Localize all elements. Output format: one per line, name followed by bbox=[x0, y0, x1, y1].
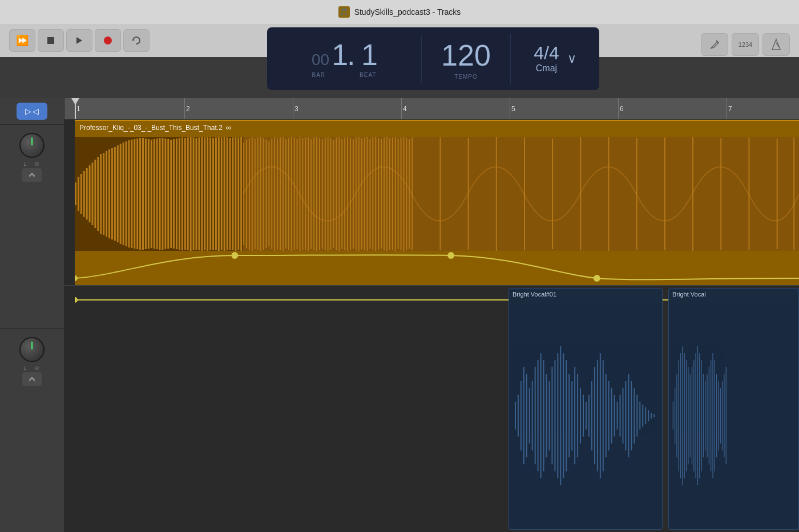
svg-rect-28 bbox=[136, 139, 138, 249]
svg-rect-176 bbox=[591, 381, 592, 450]
svg-rect-63 bbox=[235, 137, 236, 251]
vocal-region-2[interactable]: Bright Vocal bbox=[668, 288, 799, 530]
svg-rect-67 bbox=[243, 143, 244, 245]
beat-number: 1. 1 bbox=[332, 40, 377, 70]
svg-rect-202 bbox=[676, 374, 677, 457]
music-automation bbox=[75, 244, 799, 285]
svg-rect-14 bbox=[97, 157, 99, 231]
bar-beat-display: 00 1. 1 BAR BEAT bbox=[267, 35, 422, 83]
svg-rect-95 bbox=[322, 139, 323, 249]
right-toolbar: 1234 bbox=[701, 33, 790, 56]
tempo-display: 120 TEMPO bbox=[422, 34, 511, 84]
svg-rect-13 bbox=[94, 160, 96, 228]
svg-rect-91 bbox=[310, 139, 312, 249]
svg-rect-17 bbox=[106, 151, 107, 237]
app-icon: 🎵 bbox=[338, 6, 350, 18]
record-button[interactable] bbox=[95, 29, 121, 52]
svg-rect-19 bbox=[111, 148, 113, 239]
svg-rect-164 bbox=[557, 353, 558, 478]
tracks-container: Professor_Kliq_-_03_-_Bust_This_Bust_Tha… bbox=[64, 120, 799, 532]
svg-rect-52 bbox=[204, 137, 205, 250]
pen-tool-button[interactable] bbox=[701, 33, 728, 56]
svg-rect-183 bbox=[611, 388, 612, 444]
svg-rect-109 bbox=[361, 138, 362, 250]
svg-rect-74 bbox=[263, 138, 264, 250]
svg-rect-115 bbox=[378, 138, 379, 250]
tempo-value: 120 bbox=[441, 38, 491, 72]
track-area: 1 2 3 4 5 6 7 Professor_Kliq_-_03_-_Bust… bbox=[64, 98, 799, 532]
svg-rect-215 bbox=[701, 360, 701, 472]
svg-rect-192 bbox=[636, 395, 637, 436]
svg-rect-30 bbox=[142, 138, 144, 250]
play-button[interactable] bbox=[66, 29, 92, 52]
time-sig-dropdown[interactable]: ∨ bbox=[567, 51, 576, 66]
svg-rect-60 bbox=[227, 137, 228, 250]
stop-button[interactable] bbox=[38, 29, 64, 52]
filter-button[interactable]: ▷ ◁ bbox=[17, 103, 47, 120]
svg-rect-90 bbox=[308, 137, 309, 251]
track2-volume-knob[interactable] bbox=[19, 337, 45, 362]
svg-rect-190 bbox=[631, 381, 632, 450]
svg-rect-93 bbox=[316, 137, 317, 251]
svg-rect-221 bbox=[712, 353, 713, 478]
svg-rect-209 bbox=[690, 374, 691, 457]
svg-rect-187 bbox=[623, 388, 624, 444]
svg-rect-222 bbox=[715, 360, 715, 472]
svg-rect-211 bbox=[693, 360, 694, 472]
svg-rect-156 bbox=[535, 367, 536, 465]
svg-rect-33 bbox=[151, 140, 152, 248]
svg-rect-218 bbox=[707, 374, 707, 457]
svg-rect-173 bbox=[583, 395, 584, 436]
svg-rect-46 bbox=[187, 137, 189, 250]
svg-point-144 bbox=[447, 252, 454, 259]
timeline-ruler[interactable]: 1 2 3 4 5 6 7 bbox=[64, 98, 799, 120]
svg-rect-219 bbox=[709, 367, 709, 465]
svg-rect-25 bbox=[128, 140, 130, 247]
svg-rect-22 bbox=[120, 144, 122, 244]
svg-rect-64 bbox=[237, 137, 239, 250]
svg-rect-227 bbox=[724, 374, 724, 457]
svg-rect-124 bbox=[403, 137, 404, 251]
title-bar: 🎵 StudySkills_podcast3 - Tracks bbox=[0, 0, 799, 24]
cycle-button[interactable] bbox=[123, 29, 150, 52]
svg-rect-36 bbox=[159, 138, 161, 250]
svg-rect-186 bbox=[620, 395, 621, 436]
svg-rect-117 bbox=[384, 137, 385, 250]
svg-rect-162 bbox=[551, 367, 552, 465]
svg-rect-103 bbox=[344, 137, 345, 250]
window-title: StudySkills_podcast3 - Tracks bbox=[354, 7, 461, 17]
svg-rect-49 bbox=[196, 138, 197, 250]
music-region[interactable]: Professor_Kliq_-_03_-_Bust_This_Bust_Tha… bbox=[75, 120, 799, 285]
svg-rect-220 bbox=[711, 360, 711, 472]
svg-rect-85 bbox=[294, 137, 295, 250]
track1-volume-knob[interactable] bbox=[19, 133, 45, 158]
track2-updown[interactable] bbox=[22, 372, 42, 386]
metronome-button[interactable] bbox=[762, 33, 790, 56]
svg-rect-43 bbox=[179, 138, 180, 250]
svg-rect-200 bbox=[673, 402, 673, 430]
bar-label: BAR bbox=[312, 72, 326, 78]
svg-rect-112 bbox=[369, 139, 370, 249]
svg-rect-77 bbox=[271, 139, 272, 249]
svg-rect-79 bbox=[277, 138, 278, 250]
numbers-button[interactable]: 1234 bbox=[732, 33, 759, 56]
svg-rect-8 bbox=[80, 174, 82, 214]
svg-rect-56 bbox=[215, 137, 217, 250]
svg-rect-182 bbox=[608, 381, 610, 450]
vocal-region-1[interactable]: Bright Vocal#01 bbox=[509, 288, 663, 530]
svg-rect-38 bbox=[164, 139, 166, 249]
svg-rect-151 bbox=[520, 381, 522, 450]
svg-rect-81 bbox=[283, 137, 284, 251]
track-divider bbox=[64, 285, 799, 286]
svg-rect-7 bbox=[78, 177, 79, 211]
svg-rect-169 bbox=[571, 381, 572, 450]
svg-point-142 bbox=[75, 275, 78, 281]
track1-updown[interactable] bbox=[22, 168, 42, 182]
fast-forward-button[interactable]: ⏩ bbox=[9, 29, 35, 52]
vocal-region-2-label: Bright Vocal bbox=[672, 291, 706, 298]
svg-rect-70 bbox=[252, 137, 253, 251]
ruler-line-3 bbox=[293, 98, 293, 119]
svg-rect-66 bbox=[243, 137, 799, 251]
svg-rect-120 bbox=[392, 137, 393, 250]
playhead[interactable] bbox=[75, 98, 76, 119]
